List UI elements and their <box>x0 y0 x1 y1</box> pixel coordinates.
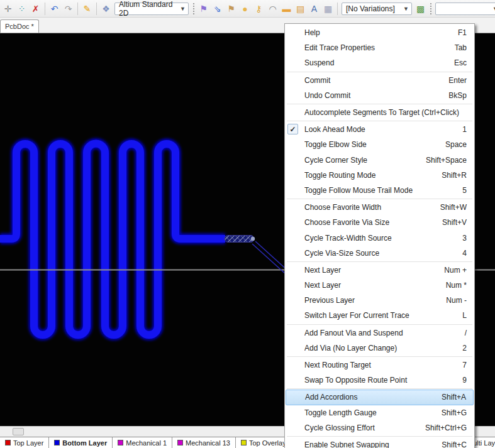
layer-color-swatch <box>54 440 60 445</box>
menu-separator <box>287 72 472 72</box>
menu-item-label: Autocomplete Segments To Target (Ctrl+Cl… <box>304 108 459 117</box>
layer-tab-mechanical-13[interactable]: Mechanical 13 <box>172 437 236 448</box>
menu-item-shortcut: Shift+G <box>442 408 467 417</box>
variations-combo-value: [No Variations] <box>346 4 397 13</box>
menu-item-shortcut: Enter <box>448 76 467 85</box>
layer-tab-top-layer[interactable]: Top Layer <box>0 437 49 448</box>
menu-item-shortcut: Num + <box>444 266 467 275</box>
menu-item-choose-favorite-via-size[interactable]: Choose Favorite Via SizeShift+V <box>285 215 474 230</box>
arc-icon[interactable]: ◠ <box>266 2 279 15</box>
board-settings-icon[interactable]: ❖ <box>99 2 113 15</box>
menu-item-cycle-glossing-effort[interactable]: Cycle Glossing EffortShift+Ctrl+G <box>285 420 474 435</box>
menu-item-add-accordions[interactable]: Add AccordionsShift+A <box>286 390 474 405</box>
pad-icon[interactable]: ● <box>238 2 252 15</box>
menu-item-label: Cycle Corner Style <box>304 156 418 165</box>
menu-separator <box>287 104 472 104</box>
component-icon[interactable]: ▦ <box>321 2 335 15</box>
extra-combo[interactable]: ▼ <box>435 3 495 15</box>
checkmark-icon: ✓ <box>287 124 298 134</box>
menu-item-toggle-routing-mode[interactable]: Toggle Routing ModeShift+R <box>285 168 474 183</box>
menu-item-choose-favorite-width[interactable]: Choose Favorite WidthShift+W <box>285 200 474 215</box>
layer-tab-mechanical-1[interactable]: Mechanical 1 <box>113 437 172 448</box>
menu-item-toggle-follow-mouse-trail-mode[interactable]: Toggle Follow Mouse Trail Mode5 <box>285 183 474 198</box>
menu-item-label: Add Accordions <box>305 393 434 402</box>
menu-item-next-layer[interactable]: Next LayerNum * <box>285 278 474 293</box>
pen-icon[interactable]: ✎ <box>81 2 94 15</box>
menu-item-shortcut: Shift+A <box>442 393 466 402</box>
align-cursor-icon[interactable]: ✛ <box>1 2 14 15</box>
text-string-icon[interactable]: A <box>308 2 321 15</box>
menu-item-shortcut: Shift+Ctrl+G <box>425 423 467 432</box>
menu-item-label: Edit Trace Properties <box>304 43 447 52</box>
menu-item-look-ahead-mode[interactable]: ✓Look Ahead Mode1 <box>285 122 474 137</box>
toolbar-drag-handle[interactable] <box>429 3 432 15</box>
snap-point-icon[interactable]: ⁘ <box>15 2 28 15</box>
document-tab-pcbdoc[interactable]: PcbDoc * <box>0 19 39 33</box>
menu-item-previous-layer[interactable]: Previous LayerNum - <box>285 293 474 308</box>
menu-item-shortcut: Shift+V <box>442 218 467 227</box>
menu-item-shortcut: Esc <box>454 58 467 67</box>
route-differential-icon[interactable]: ⇘ <box>211 2 224 15</box>
menu-separator <box>287 388 472 389</box>
menu-item-add-via-no-layer-change[interactable]: Add Via (No Layer Change)2 <box>285 341 474 356</box>
menu-item-label: Choose Favorite Width <box>304 203 433 212</box>
menu-item-label: Undo Commit <box>304 91 441 100</box>
variant-board-icon[interactable]: ▩ <box>414 2 427 15</box>
menu-item-label: Cycle Via-Size Source <box>304 249 455 258</box>
undo-icon[interactable]: ↶ <box>48 2 61 15</box>
menu-item-undo-commit[interactable]: Undo CommitBkSp <box>285 88 474 103</box>
horizontal-scrollbar-thumb[interactable] <box>13 428 24 435</box>
menu-item-label: Cycle Glossing Effort <box>304 423 418 432</box>
clear-selection-icon[interactable]: ✗ <box>29 2 42 15</box>
menu-item-toggle-elbow-side[interactable]: Toggle Elbow SideSpace <box>285 137 474 152</box>
document-tab-label: PcbDoc * <box>5 23 34 30</box>
fill-icon[interactable]: ▬ <box>280 2 293 15</box>
menu-item-shortcut: 2 <box>462 344 467 352</box>
menu-item-shortcut: Shift+R <box>442 171 467 180</box>
serpentine-trace <box>0 144 225 336</box>
variations-combo[interactable]: [No Variations]▼ <box>342 3 412 15</box>
menu-item-shortcut: Num * <box>446 281 467 290</box>
menu-item-next-layer[interactable]: Next LayerNum + <box>285 263 474 278</box>
menu-item-cycle-corner-style[interactable]: Cycle Corner StyleShift+Space <box>285 153 474 168</box>
menu-item-label: Swap To Opposite Route Point <box>304 376 455 385</box>
menu-item-next-routing-target[interactable]: Next Routing Target7 <box>285 358 474 373</box>
layer-tab-top-overlay[interactable]: Top Overlay <box>236 437 292 448</box>
menu-item-label: Previous Layer <box>304 296 438 305</box>
layer-color-swatch <box>241 440 247 445</box>
menu-item-cycle-track-width-source[interactable]: Cycle Track-Width Source3 <box>285 230 474 245</box>
menu-item-label: Switch Layer For Current Trace <box>304 311 455 320</box>
menu-item-shortcut: 4 <box>462 249 467 258</box>
menu-item-shortcut: Num - <box>446 296 467 305</box>
menu-item-label: Toggle Elbow Side <box>304 140 438 149</box>
menu-item-toggle-length-gauge[interactable]: Toggle Length GaugeShift+G <box>285 405 474 420</box>
menu-item-add-fanout-via-and-suspend[interactable]: Add Fanout Via and Suspend/ <box>285 325 474 341</box>
interactive-routing-icon[interactable]: ⚑ <box>197 2 210 15</box>
menu-item-label: Toggle Routing Mode <box>304 171 434 180</box>
toolbar-drag-handle[interactable] <box>192 3 195 15</box>
route-multi-icon[interactable]: ⚑ <box>225 2 238 15</box>
redo-icon[interactable]: ↷ <box>62 2 75 15</box>
menu-item-swap-to-opposite-route-point[interactable]: Swap To Opposite Route Point9 <box>285 373 474 388</box>
view-style-combo[interactable]: Altium Standard 2D▼ <box>114 3 189 15</box>
menu-item-help[interactable]: HelpF1 <box>285 25 474 40</box>
layer-color-swatch <box>118 440 123 445</box>
menu-item-label: Next Routing Target <box>304 361 455 369</box>
menu-item-switch-layer-for-current-trace[interactable]: Switch Layer For Current TraceL <box>285 308 474 323</box>
menu-item-cycle-via-size-source[interactable]: Cycle Via-Size Source4 <box>285 246 474 261</box>
via-icon[interactable]: ⚷ <box>252 2 265 15</box>
menu-item-shortcut: Shift+W <box>440 203 467 212</box>
menu-item-enable-subnet-swapping[interactable]: Enable Subnet SwappingShift+C <box>285 437 474 448</box>
pad-array-icon[interactable]: ▤ <box>294 2 307 15</box>
layer-tab-bottom-layer[interactable]: Bottom Layer <box>49 437 113 448</box>
active-route-segment-hatched <box>225 236 254 243</box>
menu-item-commit[interactable]: CommitEnter <box>285 73 474 88</box>
menu-item-shortcut: Shift+Space <box>426 156 467 165</box>
menu-item-suspend[interactable]: SuspendEsc <box>285 55 474 70</box>
menu-separator <box>287 199 472 199</box>
menu-item-autocomplete-segments-to-target-ctrl-click[interactable]: Autocomplete Segments To Target (Ctrl+Cl… <box>285 105 474 120</box>
menu-item-shortcut: 3 <box>462 234 467 243</box>
altium-pcb-editor-window: ✛⁘✗↶↷✎❖Altium Standard 2D▼⚑⇘⚑●⚷◠▬▤A▦[No … <box>0 0 495 448</box>
menu-item-edit-trace-properties[interactable]: Edit Trace PropertiesTab <box>285 40 474 55</box>
menu-item-shortcut: Shift+C <box>442 440 467 448</box>
